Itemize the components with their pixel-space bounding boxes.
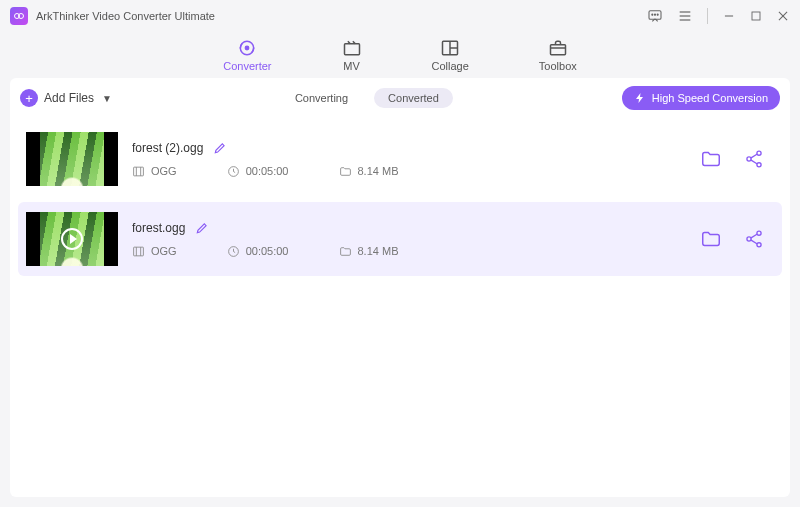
duration-label: 00:05:00 (246, 165, 289, 177)
svg-line-36 (751, 234, 758, 238)
clock-icon (227, 165, 240, 178)
content-panel: + Add Files ▼ Converting Converted High … (10, 78, 790, 497)
row-actions (700, 148, 774, 170)
svg-line-27 (751, 154, 758, 158)
thumbnail-image (40, 132, 104, 186)
size-badge: 8.14 MB (339, 165, 399, 178)
app-title: ArkThinker Video Converter Ultimate (36, 10, 215, 22)
file-list: forest (2).ogg OGG 00:05:00 8.14 MB (10, 118, 790, 286)
size-badge: 8.14 MB (339, 245, 399, 258)
toolbar: + Add Files ▼ Converting Converted High … (10, 78, 790, 118)
segment-converted[interactable]: Converted (374, 88, 453, 108)
file-meta: forest.ogg OGG 00:05:00 8.14 MB (132, 221, 686, 258)
titlebar-right (647, 8, 790, 24)
svg-line-37 (751, 240, 758, 244)
thumbnail[interactable] (26, 212, 118, 266)
tab-label: Toolbox (539, 60, 577, 72)
clock-icon (227, 245, 240, 258)
folder-icon (700, 228, 722, 250)
folder-small-icon (339, 165, 352, 178)
svg-line-28 (751, 160, 758, 164)
duration-badge: 00:05:00 (227, 245, 289, 258)
duration-label: 00:05:00 (246, 245, 289, 257)
format-label: OGG (151, 245, 177, 257)
collage-icon (440, 38, 460, 58)
format-badge: OGG (132, 245, 177, 258)
list-item[interactable]: forest (2).ogg OGG 00:05:00 8.14 MB (18, 122, 782, 196)
meta-top: forest.ogg (132, 221, 686, 235)
duration-badge: 00:05:00 (227, 165, 289, 178)
tab-label: MV (343, 60, 360, 72)
maximize-icon[interactable] (750, 10, 762, 22)
tab-converter[interactable]: Converter (223, 38, 271, 72)
share-icon (744, 229, 764, 249)
meta-top: forest (2).ogg (132, 141, 686, 155)
thumbnail[interactable] (26, 132, 118, 186)
svg-point-14 (246, 46, 249, 49)
tab-collage[interactable]: Collage (432, 38, 469, 72)
format-label: OGG (151, 165, 177, 177)
folder-small-icon (339, 245, 352, 258)
meta-bottom: OGG 00:05:00 8.14 MB (132, 165, 686, 178)
status-segmented: Converting Converted (281, 88, 453, 108)
menu-icon[interactable] (677, 8, 693, 24)
titlebar-left: ArkThinker Video Converter Ultimate (10, 7, 215, 25)
chevron-down-icon: ▼ (102, 93, 112, 104)
tab-toolbox[interactable]: Toolbox (539, 38, 577, 72)
open-folder-button[interactable] (700, 148, 722, 170)
app-logo (10, 7, 28, 25)
add-files-button[interactable]: + Add Files ▼ (20, 89, 112, 107)
file-meta: forest (2).ogg OGG 00:05:00 8.14 MB (132, 141, 686, 178)
high-speed-label: High Speed Conversion (652, 92, 768, 104)
tab-label: Collage (432, 60, 469, 72)
toolbox-icon (548, 38, 568, 58)
mv-icon (342, 38, 362, 58)
tab-mv[interactable]: MV (342, 38, 362, 72)
feedback-icon[interactable] (647, 8, 663, 24)
svg-rect-10 (752, 12, 760, 20)
edit-icon[interactable] (195, 221, 209, 235)
converter-icon (237, 38, 257, 58)
row-actions (700, 228, 774, 250)
svg-point-5 (657, 14, 658, 15)
svg-rect-29 (134, 247, 144, 256)
main-tabs: Converter MV Collage Toolbox (0, 32, 800, 78)
share-button[interactable] (744, 229, 764, 249)
svg-point-4 (654, 14, 655, 15)
play-icon (61, 228, 83, 250)
file-name: forest (2).ogg (132, 141, 203, 155)
divider (707, 8, 708, 24)
svg-rect-19 (550, 45, 565, 55)
svg-rect-20 (134, 167, 144, 176)
folder-icon (700, 148, 722, 170)
lightning-icon (634, 92, 646, 104)
meta-bottom: OGG 00:05:00 8.14 MB (132, 245, 686, 258)
film-icon (132, 165, 145, 178)
add-files-label: Add Files (44, 91, 94, 105)
share-button[interactable] (744, 149, 764, 169)
segment-converting[interactable]: Converting (281, 88, 362, 108)
tab-label: Converter (223, 60, 271, 72)
open-folder-button[interactable] (700, 228, 722, 250)
size-label: 8.14 MB (358, 165, 399, 177)
svg-rect-15 (344, 44, 359, 55)
film-icon (132, 245, 145, 258)
plus-icon: + (20, 89, 38, 107)
close-icon[interactable] (776, 9, 790, 23)
format-badge: OGG (132, 165, 177, 178)
titlebar: ArkThinker Video Converter Ultimate (0, 0, 800, 32)
list-item[interactable]: forest.ogg OGG 00:05:00 8.14 MB (18, 202, 782, 276)
minimize-icon[interactable] (722, 9, 736, 23)
svg-point-3 (652, 14, 653, 15)
share-icon (744, 149, 764, 169)
high-speed-button[interactable]: High Speed Conversion (622, 86, 780, 110)
edit-icon[interactable] (213, 141, 227, 155)
size-label: 8.14 MB (358, 245, 399, 257)
file-name: forest.ogg (132, 221, 185, 235)
